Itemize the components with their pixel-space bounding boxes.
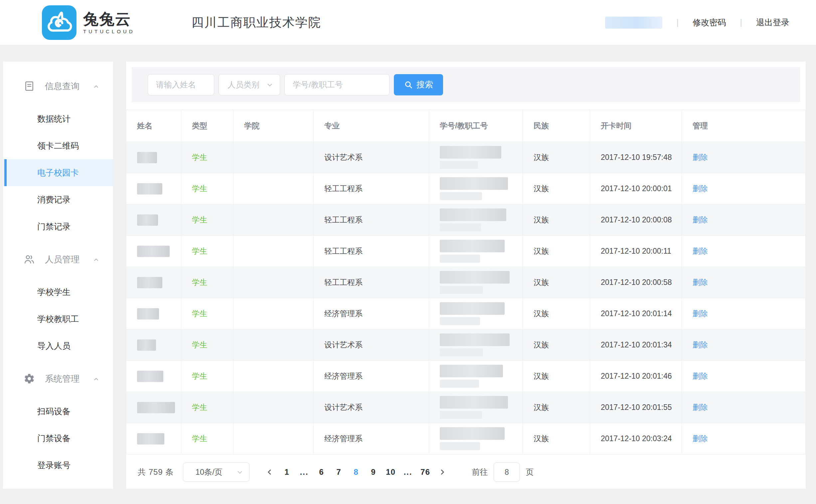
page-number[interactable]: 9 [364,462,382,482]
search-button[interactable]: 搜索 [394,74,443,95]
page-number[interactable]: 6 [313,462,330,482]
cell-card-time: 2017-12-10 20:00:11 [590,236,682,267]
cell-name-redacted [126,267,181,298]
cell-major: 轻工工程系 [314,204,429,236]
page-number[interactable]: 10 [382,462,399,482]
cell-card-time: 2017-12-10 20:01:46 [590,361,682,392]
sidebar-section-label: 系统管理 [45,373,79,385]
page-ellipsis[interactable]: ... [399,462,417,482]
page-ellipsis[interactable]: ... [295,462,313,482]
sidebar-items-person-management: 学校学生学校教职工导入人员 [3,279,113,359]
delete-link[interactable]: 删除 [693,184,708,193]
cell-action: 删除 [682,392,806,423]
sidebar-item[interactable]: 学校教职工 [3,306,113,332]
cell-id-redacted [429,204,523,236]
redacted-name-blob [137,402,175,413]
cell-type: 学生 [181,142,233,173]
delete-link[interactable]: 删除 [693,309,708,318]
sidebar-section-person-management[interactable]: 人员管理 [3,246,113,273]
redacted-id-blob [440,302,505,315]
jump-page-input[interactable] [494,462,520,482]
sidebar-section-system-management[interactable]: 系统管理 [3,365,113,392]
sidebar-item[interactable]: 扫码设备 [3,398,113,425]
cell-college [233,236,314,267]
delete-link[interactable]: 删除 [693,403,708,412]
cell-ethnic: 汉族 [523,142,590,173]
sidebar-item[interactable]: 导入人员 [3,332,113,359]
chevron-up-icon [92,256,100,263]
redacted-name-blob [137,339,156,351]
cell-card-time: 2017-12-10 20:00:01 [590,173,682,204]
delete-link[interactable]: 删除 [693,215,708,224]
divider: | [676,17,679,28]
redacted-name-blob [137,246,170,257]
cell-college [233,267,314,298]
tutucloud-cloud-icon [42,5,76,40]
sidebar-item[interactable]: 登录账号 [3,452,113,479]
prev-page-button[interactable] [261,462,278,482]
cell-action: 删除 [682,298,806,329]
sidebar-item[interactable]: 电子校园卡 [3,159,113,186]
sidebar-items-system-management: 扫码设备门禁设备登录账号 [3,398,113,479]
total-count: 共 759 条 [138,467,174,477]
redacted-id-blob [440,208,506,221]
next-page-button[interactable] [434,462,451,482]
page-number[interactable]: 8 [347,462,364,482]
cell-name-redacted [126,423,181,454]
cell-id-redacted [429,392,523,423]
chevron-down-icon [266,81,274,89]
app-header: 兔兔云 TUTUCLOUD 四川工商职业技术学院 | 修改密码 | 退出登录 [0,0,816,45]
delete-link[interactable]: 删除 [693,153,708,162]
delete-link[interactable]: 删除 [693,278,708,287]
cell-college [233,204,314,236]
sidebar-item[interactable]: 消费记录 [3,186,113,213]
cell-id-redacted [429,236,523,267]
sidebar: 信息查询数据统计领卡二维码电子校园卡消费记录门禁记录人员管理学校学生学校教职工导… [3,62,113,489]
delete-link[interactable]: 删除 [693,247,708,255]
sidebar-item[interactable]: 数据统计 [3,105,113,132]
cell-type: 学生 [181,236,233,267]
name-search-input[interactable] [148,74,214,95]
sidebar-items-info-query: 数据统计领卡二维码电子校园卡消费记录门禁记录 [3,105,113,240]
sidebar-item[interactable]: 门禁记录 [3,213,113,240]
cell-action: 删除 [682,142,806,173]
id-search-input[interactable] [284,74,389,95]
cell-card-time: 2017-12-10 20:01:14 [590,298,682,329]
page-number[interactable]: 1 [278,462,295,482]
delete-link[interactable]: 删除 [693,434,708,443]
cell-major: 轻工工程系 [314,236,429,267]
sidebar-section-info-query[interactable]: 信息查询 [3,73,113,99]
redacted-id-blob [440,223,481,231]
cell-type: 学生 [181,361,233,392]
redacted-id-blob [440,161,478,169]
redacted-id-blob [440,396,508,409]
sidebar-item[interactable]: 领卡二维码 [3,132,113,159]
cell-name-redacted [126,173,181,204]
username-redacted [605,17,662,29]
table-row: 学生设计艺术系汉族2017-12-10 19:57:48删除 [126,142,806,173]
jump-label: 前往 [472,467,488,477]
cell-major: 设计艺术系 [314,392,429,423]
page-number[interactable]: 7 [330,462,347,482]
redacted-name-blob [137,433,164,444]
redacted-id-blob [440,271,510,284]
redacted-name-blob [137,183,162,194]
table-row: 学生轻工工程系汉族2017-12-10 20:00:58删除 [126,267,806,298]
page-number[interactable]: 76 [417,462,434,482]
redacted-id-blob [440,442,480,450]
change-password-link[interactable]: 修改密码 [693,17,726,28]
logout-link[interactable]: 退出登录 [756,17,789,28]
person-type-select[interactable]: 人员类别 [218,74,280,95]
redacted-id-blob [440,333,510,346]
sidebar-item[interactable]: 学校学生 [3,279,113,306]
page-size-select[interactable]: 10条/页 [183,462,249,482]
column-header: 管理 [682,110,806,142]
sidebar-item[interactable]: 门禁设备 [3,425,113,452]
delete-link[interactable]: 删除 [693,340,708,349]
delete-link[interactable]: 删除 [693,372,708,380]
brand-logo: 兔兔云 TUTUCLOUD [42,5,135,40]
page-jump: 前往 页 [472,462,534,482]
card-table: 姓名类型学院专业学号/教职工号民族开卡时间管理 学生设计艺术系汉族2017-12… [126,110,806,454]
content: 信息查询数据统计领卡二维码电子校园卡消费记录门禁记录人员管理学校学生学校教职工导… [0,45,816,504]
column-header: 民族 [523,110,590,142]
